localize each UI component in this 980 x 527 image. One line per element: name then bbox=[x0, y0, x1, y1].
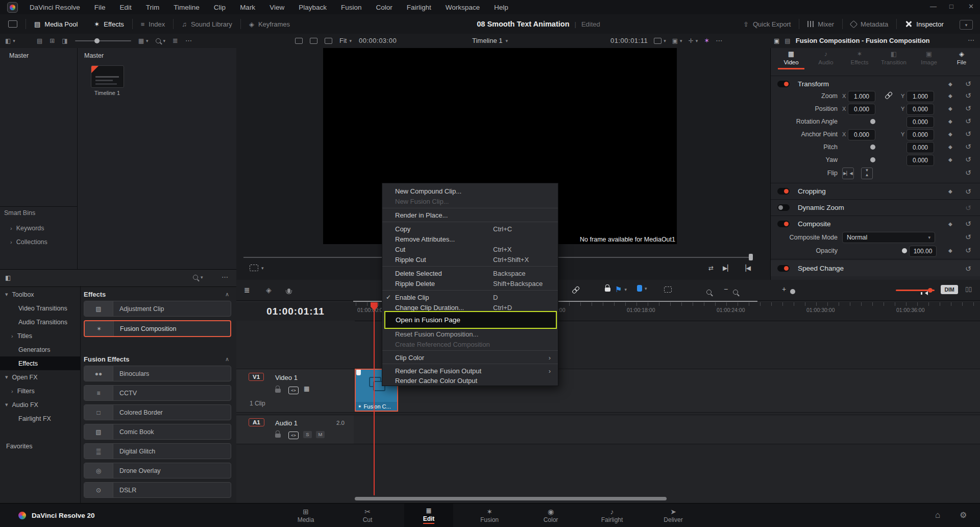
solo-button[interactable]: S bbox=[303, 431, 312, 438]
viewer-scale-dropdown[interactable]: ▾ bbox=[654, 38, 666, 44]
nav-generators[interactable]: Generators bbox=[0, 343, 80, 356]
transition-tools-icon[interactable]: ◈ bbox=[266, 286, 272, 294]
viewer-options-icon[interactable]: ⋯ bbox=[716, 37, 723, 44]
menu-fairlight[interactable]: Fairlight bbox=[400, 4, 438, 11]
reset-section-icon[interactable]: ↺ bbox=[965, 80, 971, 87]
flip-vertical-button[interactable]: ▼▲ bbox=[861, 167, 873, 179]
dynamic-zoom-toggle[interactable] bbox=[777, 204, 790, 211]
auto-select-icon[interactable]: <> bbox=[288, 387, 299, 394]
keyframe-icon[interactable]: ◆ bbox=[948, 248, 952, 253]
timeline-selector-dropdown[interactable]: Timeline 1▾ bbox=[472, 34, 508, 47]
zoom-y-field[interactable]: 1.000 bbox=[906, 91, 934, 102]
keyframe-icon[interactable]: ◆ bbox=[948, 81, 952, 87]
auto-select-icon[interactable]: <> bbox=[288, 432, 299, 439]
menu-item-render-cache-fusion-output[interactable]: Render Cache Fusion Output› bbox=[382, 366, 558, 376]
menu-mark[interactable]: Mark bbox=[233, 4, 262, 11]
link-xy-icon[interactable] bbox=[884, 90, 894, 101]
viewer-jog-handle[interactable] bbox=[749, 254, 753, 260]
track-filmstrip-icon[interactable]: ▦ bbox=[304, 385, 309, 392]
reset-icon[interactable]: ↺ bbox=[965, 143, 971, 150]
menu-trim[interactable]: Trim bbox=[139, 4, 167, 11]
flip-horizontal-button[interactable]: ▶▏◀ bbox=[842, 167, 854, 179]
track-lock-icon[interactable] bbox=[275, 389, 281, 393]
menu-item-render-cache-color-output[interactable]: Render Cache Color Output bbox=[382, 375, 558, 386]
bin-view-dropdown[interactable]: ◧▾ bbox=[5, 37, 15, 44]
bin-tree-master[interactable]: Master bbox=[9, 52, 29, 59]
page-fairlight[interactable]: ♪Fairlight bbox=[587, 504, 636, 527]
video-track-header[interactable]: V1 Video 1 <> ▦ 1 Clip bbox=[236, 369, 354, 413]
metadata-button[interactable]: Metadata bbox=[843, 20, 896, 28]
display-toggle-icon[interactable] bbox=[0, 20, 26, 28]
keyframe-icon[interactable]: ◆ bbox=[948, 188, 952, 194]
audio-track-name[interactable]: Audio 1 bbox=[275, 419, 298, 427]
linked-selection-icon[interactable] bbox=[571, 284, 581, 295]
reset-icon[interactable]: ↺ bbox=[965, 130, 971, 137]
keyframe-icon[interactable]: ◆ bbox=[948, 131, 952, 137]
menu-item-render-in-place[interactable]: Render in Place... bbox=[382, 210, 558, 220]
effects-toggle[interactable]: ✶Effects bbox=[86, 20, 132, 28]
effect-adjustment-clip[interactable]: ▨ Adjustment Clip bbox=[84, 301, 231, 317]
audio-track-lane[interactable] bbox=[354, 415, 980, 444]
dim-button[interactable]: DIM bbox=[941, 285, 958, 294]
menu-workspace[interactable]: Workspace bbox=[438, 4, 487, 11]
flag-dropdown[interactable]: ⚑▾ bbox=[615, 285, 627, 294]
viewer-safe-area-dropdown[interactable]: ▾ bbox=[250, 265, 264, 271]
reset-icon[interactable]: ↺ bbox=[965, 105, 971, 112]
stills-icon[interactable]: ▤ bbox=[37, 37, 42, 44]
home-icon[interactable]: ⌂ bbox=[935, 510, 940, 520]
match-frame-icon[interactable]: ▕◀ bbox=[742, 265, 751, 272]
zoom-full-icon[interactable] bbox=[706, 290, 712, 295]
speed-change-toggle[interactable] bbox=[777, 265, 790, 272]
keyframe-icon[interactable]: ◆ bbox=[948, 93, 952, 99]
inspector-list-icon[interactable]: ▤ bbox=[785, 37, 790, 44]
page-fusion[interactable]: ✶Fusion bbox=[465, 504, 514, 527]
reset-section-icon[interactable]: ↺ bbox=[965, 220, 971, 227]
yaw-field[interactable]: 0.000 bbox=[906, 155, 934, 166]
effects-search-dropdown[interactable]: ▾ bbox=[193, 275, 203, 280]
pitch-field[interactable]: 0.000 bbox=[906, 142, 934, 153]
position-y-field[interactable]: 0.000 bbox=[906, 104, 934, 115]
audio-track-header[interactable]: A1 Audio 1 2.0 <> S M bbox=[236, 415, 354, 444]
menu-help[interactable]: Help bbox=[487, 4, 516, 11]
speed-change-section-header[interactable]: Speed Change ↺ bbox=[771, 260, 980, 276]
loop-icon[interactable]: ⇄ bbox=[708, 265, 714, 272]
tab-transition[interactable]: ◧ Transition bbox=[876, 50, 912, 65]
tab-file[interactable]: ◈ File bbox=[946, 50, 977, 65]
keyframe-icon[interactable]: ◆ bbox=[948, 157, 952, 162]
effects-panel-toggle-icon[interactable]: ◧ bbox=[5, 274, 11, 281]
selection-zoom-icon[interactable] bbox=[664, 286, 672, 293]
mute-button[interactable]: M bbox=[316, 431, 325, 438]
menu-clip[interactable]: Clip bbox=[207, 4, 233, 11]
reset-icon[interactable]: ↺ bbox=[965, 233, 971, 241]
reset-icon[interactable]: ↺ bbox=[965, 117, 971, 125]
menu-item-new-compound-clip[interactable]: New Compound Clip... bbox=[382, 186, 558, 196]
reset-icon[interactable]: ↺ bbox=[965, 247, 971, 254]
effect-drone-overlay[interactable]: ◎Drone Overlay bbox=[84, 463, 231, 478]
menu-edit[interactable]: Edit bbox=[113, 4, 139, 11]
proxy-quality-dropdown[interactable]: ▣▾ bbox=[672, 37, 682, 44]
nav-filters[interactable]: ›Filters bbox=[0, 384, 80, 398]
zoom-x-field[interactable]: 1.000 bbox=[848, 91, 875, 102]
keyframe-icon[interactable]: ◆ bbox=[948, 106, 952, 111]
keyframes-toggle[interactable]: ◈Keyframes bbox=[241, 20, 298, 28]
thumbnail-size-slider[interactable] bbox=[75, 40, 131, 41]
window-minimize-button[interactable]: — bbox=[930, 3, 937, 10]
inspector-options-icon[interactable]: ⋯ bbox=[968, 36, 975, 44]
anchor-y-field[interactable]: 0.000 bbox=[906, 129, 934, 140]
transform-toggle[interactable] bbox=[777, 81, 790, 87]
sort-icon[interactable]: ≣ bbox=[173, 37, 178, 44]
dual-viewer-icon[interactable] bbox=[310, 38, 317, 44]
nav-favorites[interactable]: Favorites bbox=[6, 443, 32, 450]
enhanced-viewer-icon[interactable]: ✶ bbox=[704, 37, 709, 44]
nav-video-transitions[interactable]: Video Transitions bbox=[0, 301, 80, 315]
composite-section-header[interactable]: Composite ◆ ↺ bbox=[771, 216, 980, 231]
video-track-badge[interactable]: V1 bbox=[249, 373, 264, 381]
keyframe-icon[interactable]: ◆ bbox=[948, 118, 952, 124]
quick-export-button[interactable]: ⇧Quick Export bbox=[735, 20, 799, 28]
collapse-icon[interactable]: ∧ bbox=[225, 356, 229, 363]
menu-file[interactable]: File bbox=[87, 4, 113, 11]
reset-section-icon[interactable]: ↺ bbox=[965, 188, 971, 195]
import-icon[interactable]: ⊞ bbox=[50, 37, 55, 44]
workspace-layout-dropdown[interactable]: ▾ bbox=[960, 20, 973, 30]
cropping-section-header[interactable]: Cropping ◆ ↺ bbox=[771, 183, 980, 199]
